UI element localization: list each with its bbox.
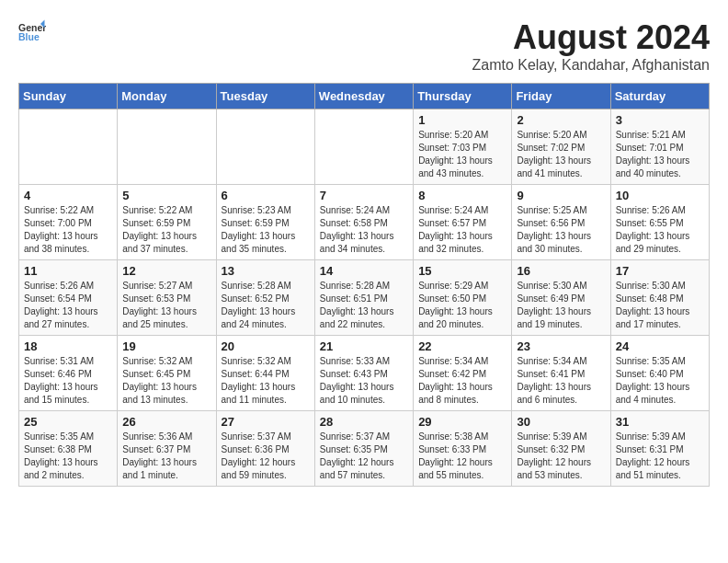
day-number: 9 <box>517 189 605 202</box>
day-number: 23 <box>517 339 605 353</box>
day-number: 18 <box>24 339 112 353</box>
day-info: Sunrise: 5:23 AM Sunset: 6:59 PM Dayligh… <box>222 204 310 256</box>
calendar-cell: 6Sunrise: 5:23 AM Sunset: 6:59 PM Daylig… <box>216 185 314 260</box>
day-number: 26 <box>122 415 210 429</box>
location: Zamto Kelay, Kandahar, Afghanistan <box>472 57 710 74</box>
day-number: 17 <box>616 264 704 278</box>
day-number: 27 <box>222 415 310 429</box>
weekday-header-friday: Friday <box>512 84 610 109</box>
day-number: 24 <box>616 339 704 353</box>
logo: General Blue <box>18 18 46 46</box>
calendar-cell: 28Sunrise: 5:37 AM Sunset: 6:35 PM Dayli… <box>314 411 413 487</box>
day-number: 22 <box>418 339 506 353</box>
calendar-cell: 29Sunrise: 5:38 AM Sunset: 6:33 PM Dayli… <box>414 411 512 487</box>
day-info: Sunrise: 5:26 AM Sunset: 6:55 PM Dayligh… <box>616 204 704 256</box>
day-number: 15 <box>418 264 506 278</box>
day-number: 7 <box>320 189 408 202</box>
day-info: Sunrise: 5:35 AM Sunset: 6:38 PM Dayligh… <box>24 431 112 482</box>
calendar-cell: 30Sunrise: 5:39 AM Sunset: 6:32 PM Dayli… <box>512 411 610 487</box>
calendar-cell: 21Sunrise: 5:33 AM Sunset: 6:43 PM Dayli… <box>314 336 413 411</box>
day-info: Sunrise: 5:38 AM Sunset: 6:33 PM Dayligh… <box>418 431 506 482</box>
calendar-cell: 26Sunrise: 5:36 AM Sunset: 6:37 PM Dayli… <box>118 411 216 487</box>
svg-text:Blue: Blue <box>18 31 40 42</box>
day-number: 12 <box>122 264 210 278</box>
calendar-week-row: 1Sunrise: 5:20 AM Sunset: 7:03 PM Daylig… <box>19 109 710 185</box>
calendar-cell: 4Sunrise: 5:22 AM Sunset: 7:00 PM Daylig… <box>19 185 118 260</box>
day-number: 19 <box>122 339 210 353</box>
calendar-cell: 18Sunrise: 5:31 AM Sunset: 6:46 PM Dayli… <box>19 336 118 411</box>
weekday-header-thursday: Thursday <box>414 84 512 109</box>
day-number: 11 <box>24 264 112 278</box>
day-number: 14 <box>320 264 408 278</box>
day-number: 5 <box>122 189 210 202</box>
calendar-cell: 1Sunrise: 5:20 AM Sunset: 7:03 PM Daylig… <box>414 109 512 185</box>
calendar-cell: 8Sunrise: 5:24 AM Sunset: 6:57 PM Daylig… <box>414 185 512 260</box>
calendar-cell: 12Sunrise: 5:27 AM Sunset: 6:53 PM Dayli… <box>118 260 216 336</box>
weekday-header-saturday: Saturday <box>610 84 709 109</box>
day-number: 6 <box>222 189 310 202</box>
calendar-cell <box>216 109 314 185</box>
day-info: Sunrise: 5:37 AM Sunset: 6:36 PM Dayligh… <box>222 431 310 482</box>
calendar-cell: 5Sunrise: 5:22 AM Sunset: 6:59 PM Daylig… <box>118 185 216 260</box>
calendar-cell: 10Sunrise: 5:26 AM Sunset: 6:55 PM Dayli… <box>610 185 709 260</box>
day-info: Sunrise: 5:30 AM Sunset: 6:48 PM Dayligh… <box>616 280 704 331</box>
day-number: 31 <box>616 415 704 429</box>
day-info: Sunrise: 5:32 AM Sunset: 6:44 PM Dayligh… <box>222 355 310 407</box>
day-number: 21 <box>320 339 408 353</box>
day-info: Sunrise: 5:20 AM Sunset: 7:02 PM Dayligh… <box>517 129 605 180</box>
day-info: Sunrise: 5:37 AM Sunset: 6:35 PM Dayligh… <box>320 431 408 482</box>
day-info: Sunrise: 5:33 AM Sunset: 6:43 PM Dayligh… <box>320 355 408 407</box>
calendar-table: SundayMondayTuesdayWednesdayThursdayFrid… <box>18 83 710 487</box>
weekday-header-monday: Monday <box>118 84 216 109</box>
calendar-cell <box>19 109 118 185</box>
day-number: 30 <box>517 415 605 429</box>
month-title: August 2024 <box>472 18 710 57</box>
calendar-week-row: 4Sunrise: 5:22 AM Sunset: 7:00 PM Daylig… <box>19 185 710 260</box>
calendar-cell: 20Sunrise: 5:32 AM Sunset: 6:44 PM Dayli… <box>216 336 314 411</box>
day-info: Sunrise: 5:34 AM Sunset: 6:41 PM Dayligh… <box>517 355 605 407</box>
calendar-cell <box>118 109 216 185</box>
day-info: Sunrise: 5:21 AM Sunset: 7:01 PM Dayligh… <box>616 129 704 180</box>
day-info: Sunrise: 5:24 AM Sunset: 6:58 PM Dayligh… <box>320 204 408 256</box>
day-info: Sunrise: 5:30 AM Sunset: 6:49 PM Dayligh… <box>517 280 605 331</box>
day-info: Sunrise: 5:28 AM Sunset: 6:52 PM Dayligh… <box>222 280 310 331</box>
day-info: Sunrise: 5:29 AM Sunset: 6:50 PM Dayligh… <box>418 280 506 331</box>
calendar-cell: 19Sunrise: 5:32 AM Sunset: 6:45 PM Dayli… <box>118 336 216 411</box>
day-number: 28 <box>320 415 408 429</box>
day-info: Sunrise: 5:27 AM Sunset: 6:53 PM Dayligh… <box>122 280 210 331</box>
calendar-cell: 7Sunrise: 5:24 AM Sunset: 6:58 PM Daylig… <box>314 185 413 260</box>
calendar-cell: 25Sunrise: 5:35 AM Sunset: 6:38 PM Dayli… <box>19 411 118 487</box>
day-number: 20 <box>222 339 310 353</box>
calendar-cell: 13Sunrise: 5:28 AM Sunset: 6:52 PM Dayli… <box>216 260 314 336</box>
weekday-header-row: SundayMondayTuesdayWednesdayThursdayFrid… <box>19 84 710 109</box>
day-info: Sunrise: 5:20 AM Sunset: 7:03 PM Dayligh… <box>418 129 506 180</box>
weekday-header-sunday: Sunday <box>19 84 118 109</box>
day-info: Sunrise: 5:39 AM Sunset: 6:31 PM Dayligh… <box>616 431 704 482</box>
calendar-cell: 14Sunrise: 5:28 AM Sunset: 6:51 PM Dayli… <box>314 260 413 336</box>
day-info: Sunrise: 5:36 AM Sunset: 6:37 PM Dayligh… <box>122 431 210 482</box>
title-block: August 2024 Zamto Kelay, Kandahar, Afgha… <box>472 18 710 74</box>
calendar-cell: 22Sunrise: 5:34 AM Sunset: 6:42 PM Dayli… <box>414 336 512 411</box>
calendar-cell: 31Sunrise: 5:39 AM Sunset: 6:31 PM Dayli… <box>610 411 709 487</box>
day-info: Sunrise: 5:34 AM Sunset: 6:42 PM Dayligh… <box>418 355 506 407</box>
calendar-week-row: 18Sunrise: 5:31 AM Sunset: 6:46 PM Dayli… <box>19 336 710 411</box>
day-number: 10 <box>616 189 704 202</box>
day-info: Sunrise: 5:28 AM Sunset: 6:51 PM Dayligh… <box>320 280 408 331</box>
day-number: 1 <box>418 113 506 127</box>
calendar-cell: 15Sunrise: 5:29 AM Sunset: 6:50 PM Dayli… <box>414 260 512 336</box>
weekday-header-tuesday: Tuesday <box>216 84 314 109</box>
day-number: 29 <box>418 415 506 429</box>
day-info: Sunrise: 5:25 AM Sunset: 6:56 PM Dayligh… <box>517 204 605 256</box>
day-number: 8 <box>418 189 506 202</box>
day-info: Sunrise: 5:24 AM Sunset: 6:57 PM Dayligh… <box>418 204 506 256</box>
day-number: 13 <box>222 264 310 278</box>
calendar-cell: 17Sunrise: 5:30 AM Sunset: 6:48 PM Dayli… <box>610 260 709 336</box>
calendar-cell: 9Sunrise: 5:25 AM Sunset: 6:56 PM Daylig… <box>512 185 610 260</box>
day-number: 4 <box>24 189 112 202</box>
calendar-cell: 2Sunrise: 5:20 AM Sunset: 7:02 PM Daylig… <box>512 109 610 185</box>
calendar-cell: 23Sunrise: 5:34 AM Sunset: 6:41 PM Dayli… <box>512 336 610 411</box>
day-info: Sunrise: 5:26 AM Sunset: 6:54 PM Dayligh… <box>24 280 112 331</box>
calendar-week-row: 11Sunrise: 5:26 AM Sunset: 6:54 PM Dayli… <box>19 260 710 336</box>
page-header: General Blue August 2024 Zamto Kelay, Ka… <box>18 18 710 74</box>
day-number: 25 <box>24 415 112 429</box>
